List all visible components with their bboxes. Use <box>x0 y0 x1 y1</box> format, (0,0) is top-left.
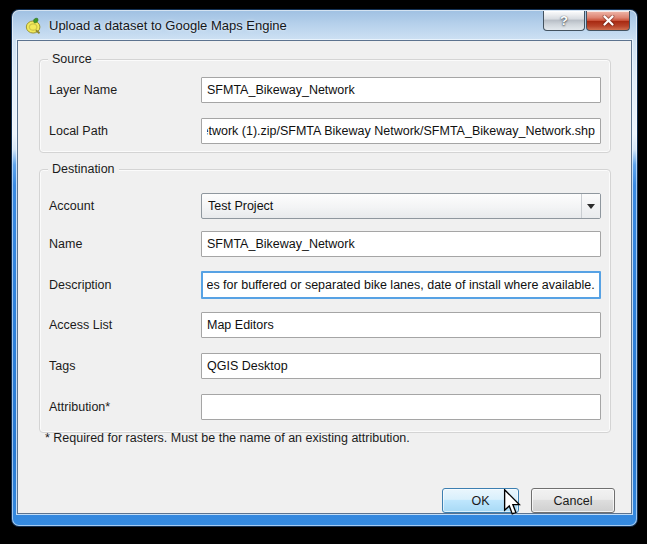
name-input[interactable] <box>201 231 601 257</box>
local-path-label: Local Path <box>49 124 108 138</box>
tags-input[interactable] <box>201 353 601 379</box>
local-path-input[interactable] <box>201 118 601 144</box>
source-group-label: Source <box>48 52 96 66</box>
account-select[interactable]: Test Project <box>201 193 601 219</box>
attribution-label: Attribution* <box>49 400 110 414</box>
tags-label: Tags <box>49 359 75 373</box>
account-label: Account <box>49 199 94 213</box>
layer-name-input[interactable] <box>201 77 601 103</box>
account-dropdown-button[interactable] <box>581 194 600 218</box>
name-label: Name <box>49 237 82 251</box>
cancel-button[interactable]: Cancel <box>531 488 615 513</box>
help-icon[interactable]: ? <box>543 11 585 31</box>
chevron-down-icon <box>587 204 595 209</box>
account-selected-value: Test Project <box>202 199 581 213</box>
access-list-input[interactable] <box>201 312 601 338</box>
description-input[interactable] <box>201 271 601 299</box>
description-label: Description <box>49 278 112 292</box>
cancel-button-label: Cancel <box>554 494 593 508</box>
layer-name-label: Layer Name <box>49 83 117 97</box>
dialog-window: Upload a dataset to Google Maps Engine ?… <box>12 10 637 526</box>
close-icon[interactable] <box>586 11 630 31</box>
destination-group-label: Destination <box>48 162 119 176</box>
ok-button-label: OK <box>471 494 489 508</box>
required-footnote: * Required for rasters. Must be the name… <box>45 431 410 445</box>
mouse-cursor-arrow <box>503 489 522 516</box>
qgis-icon <box>25 17 42 34</box>
caption-buttons: ? <box>543 11 630 31</box>
access-list-label: Access List <box>49 318 112 332</box>
help-glyph: ? <box>560 13 568 28</box>
close-x-glyph <box>602 15 615 26</box>
window-title: Upload a dataset to Google Maps Engine <box>49 18 287 33</box>
dialog-client-area: Source Layer Name Local Path Destination… <box>17 40 632 514</box>
attribution-input[interactable] <box>201 394 601 420</box>
